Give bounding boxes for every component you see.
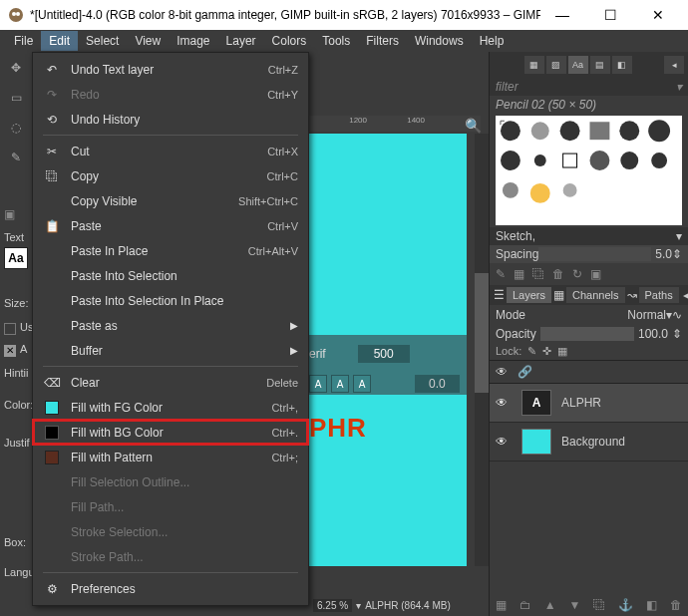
use-editor-checkbox[interactable]: [4, 323, 16, 335]
layer-item-background[interactable]: 👁 Background: [490, 423, 688, 462]
kerning-button[interactable]: A: [331, 375, 349, 393]
stroke-path-item[interactable]: Stroke Path...: [33, 544, 308, 569]
menu-file[interactable]: File: [6, 31, 41, 51]
stroke-selection-item[interactable]: Stroke Selection...: [33, 519, 308, 544]
lock-position-icon[interactable]: ✜: [542, 345, 551, 358]
fill-fg-item[interactable]: Fill with FG ColorCtrl+,: [33, 395, 308, 420]
gradients-tab[interactable]: ◧: [612, 56, 632, 74]
mode-switch-icon[interactable]: ∿: [672, 308, 682, 322]
history-tab[interactable]: ▤: [590, 56, 610, 74]
font-name-suffix[interactable]: erif: [309, 347, 326, 361]
menu-image[interactable]: Image: [169, 31, 217, 51]
maximize-button[interactable]: ☐: [588, 1, 632, 29]
paste-item[interactable]: 📋PasteCtrl+V: [33, 213, 308, 238]
layer-item-text[interactable]: 👁 A ALPHR: [490, 384, 688, 423]
antialias-checkbox[interactable]: ✕: [4, 345, 16, 357]
delete-brush-icon[interactable]: 🗑: [552, 267, 564, 281]
undo-item[interactable]: ↶Undo Text layerCtrl+Z: [33, 57, 308, 82]
tool-options-icon[interactable]: ▣: [4, 207, 30, 227]
copy-item[interactable]: ⿻CopyCtrl+C: [33, 163, 308, 188]
raise-layer-icon[interactable]: ▲: [544, 598, 556, 612]
close-button[interactable]: ✕: [636, 1, 680, 29]
fill-bg-item[interactable]: Fill with BG ColorCtrl+.: [33, 420, 308, 445]
spacing-value[interactable]: 5.0: [655, 247, 672, 261]
menu-select[interactable]: Select: [78, 31, 127, 51]
filter-input[interactable]: filter: [496, 80, 518, 94]
lasso-tool-icon[interactable]: ◌: [2, 116, 30, 140]
menu-colors[interactable]: Colors: [264, 31, 315, 51]
open-brush-icon[interactable]: ▣: [590, 267, 601, 281]
menu-layer[interactable]: Layer: [218, 31, 264, 51]
paint-tool-icon[interactable]: ✎: [2, 146, 30, 169]
menu-tools[interactable]: Tools: [314, 31, 358, 51]
fonts-tab[interactable]: Aa: [568, 56, 588, 74]
menu-filters[interactable]: Filters: [358, 31, 407, 51]
copy-visible-item[interactable]: Copy VisibleShift+Ctrl+C: [33, 188, 308, 213]
brush-grid[interactable]: [496, 116, 682, 225]
brushes-tab[interactable]: ▦: [524, 56, 544, 74]
paste-into-selection-item[interactable]: Paste Into Selection: [33, 263, 308, 288]
selection-tool-icon[interactable]: ▭: [2, 86, 30, 110]
channels-tab[interactable]: Channels: [566, 287, 624, 303]
svg-point-13: [620, 152, 638, 169]
fill-selection-outline-item[interactable]: Fill Selection Outline...: [33, 469, 308, 494]
navigate-icon[interactable]: 🔍: [465, 118, 482, 134]
new-brush-icon[interactable]: ▦: [514, 267, 524, 281]
chevron-down-icon[interactable]: ▾: [676, 80, 682, 94]
vertical-scrollbar[interactable]: [475, 134, 489, 566]
redo-item[interactable]: ↷RedoCtrl+Y: [33, 82, 308, 107]
mask-layer-icon[interactable]: ◧: [646, 598, 657, 612]
mode-select[interactable]: Normal: [627, 308, 666, 322]
visibility-toggle[interactable]: 👁: [496, 396, 512, 410]
layers-tab[interactable]: Layers: [507, 287, 551, 303]
stepper-icon[interactable]: ⇕: [672, 327, 682, 341]
delete-layer-icon[interactable]: 🗑: [670, 598, 682, 612]
opacity-value[interactable]: 100.0: [638, 327, 668, 341]
buffer-item[interactable]: Buffer▶: [33, 338, 308, 363]
layer-name[interactable]: Background: [561, 435, 625, 449]
stepper-icon[interactable]: ⇕: [672, 247, 682, 261]
baseline-button[interactable]: A: [309, 375, 327, 393]
cut-item[interactable]: ✂CutCtrl+X: [33, 139, 308, 163]
spacing-button[interactable]: A: [353, 375, 371, 393]
visibility-toggle[interactable]: 👁: [496, 435, 512, 449]
patterns-tab[interactable]: ▨: [546, 56, 566, 74]
menu-view[interactable]: View: [127, 31, 169, 51]
chevron-down-icon[interactable]: ▾: [356, 600, 361, 611]
canvas-text[interactable]: PHR: [309, 413, 367, 444]
new-layer-icon[interactable]: ▦: [496, 598, 507, 612]
fill-pattern-item[interactable]: Fill with PatternCtrl+;: [33, 445, 308, 469]
fill-path-item[interactable]: Fill Path...: [33, 494, 308, 519]
dock-menu-icon[interactable]: ◂: [683, 288, 688, 302]
menu-help[interactable]: Help: [472, 31, 513, 51]
paste-into-selection-in-place-item[interactable]: Paste Into Selection In Place: [33, 288, 308, 313]
layer-name[interactable]: ALPHR: [561, 396, 601, 410]
dock-menu-icon[interactable]: ◂: [664, 56, 684, 74]
layer-group-icon[interactable]: 🗀: [519, 598, 531, 612]
kerning-field[interactable]: 0.0: [415, 375, 460, 393]
opacity-slider[interactable]: [540, 327, 634, 341]
minimize-button[interactable]: —: [540, 1, 584, 29]
lower-layer-icon[interactable]: ▼: [569, 598, 581, 612]
merge-layer-icon[interactable]: ⚓: [618, 598, 633, 612]
duplicate-layer-icon[interactable]: ⿻: [593, 598, 605, 612]
chevron-down-icon[interactable]: ▾: [676, 229, 682, 243]
paste-as-item[interactable]: Paste as▶: [33, 313, 308, 338]
edit-brush-icon[interactable]: ✎: [496, 267, 506, 281]
move-tool-icon[interactable]: ✥: [2, 56, 30, 80]
font-size-field[interactable]: 500: [358, 345, 410, 363]
zoom-level[interactable]: 6.25 %: [313, 599, 352, 612]
refresh-brush-icon[interactable]: ↻: [572, 267, 582, 281]
menu-windows[interactable]: Windows: [407, 31, 472, 51]
brush-category[interactable]: Sketch,: [496, 229, 535, 243]
undo-history-item[interactable]: ⟲Undo History: [33, 107, 308, 132]
clear-item[interactable]: ⌫ClearDelete: [33, 370, 308, 395]
menu-edit[interactable]: Edit: [41, 31, 78, 51]
lock-alpha-icon[interactable]: ▦: [557, 345, 567, 358]
preferences-item[interactable]: ⚙Preferences: [33, 576, 308, 601]
text-tool-preview[interactable]: Aa: [4, 247, 28, 269]
paths-tab[interactable]: Paths: [639, 287, 679, 303]
lock-pixels-icon[interactable]: ✎: [527, 345, 536, 358]
paste-in-place-item[interactable]: Paste In PlaceCtrl+Alt+V: [33, 238, 308, 263]
duplicate-brush-icon[interactable]: ⿻: [532, 267, 544, 281]
